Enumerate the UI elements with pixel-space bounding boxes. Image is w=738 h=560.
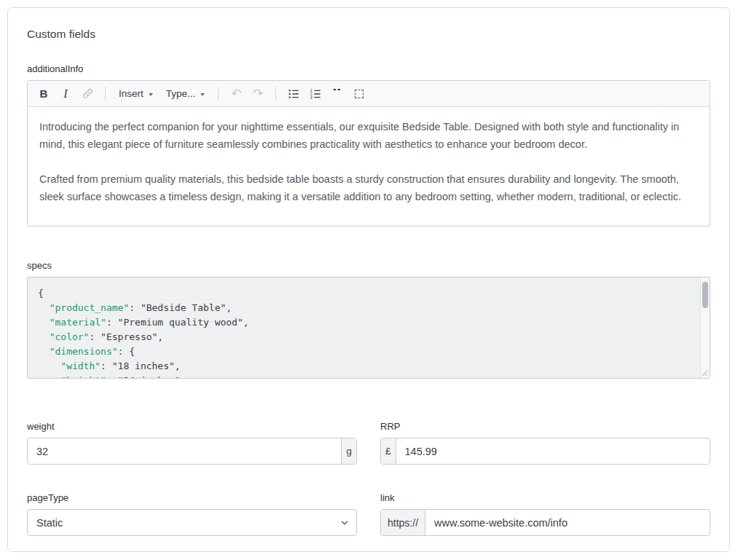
link-input-group: https:// (380, 509, 710, 536)
currency-prefix: £ (381, 438, 396, 464)
specs-code-content: { "product_name": "Bedside Table", "mate… (28, 277, 710, 379)
specs-code-editor[interactable]: { "product_name": "Bedside Table", "mate… (27, 277, 710, 379)
undo-button[interactable]: ↶ (226, 84, 246, 104)
additional-info-label: additionalInfo (27, 63, 710, 74)
redo-button[interactable]: ↷ (248, 84, 268, 104)
type-menu-button[interactable]: Type... (160, 84, 211, 104)
protocol-prefix: https:// (381, 510, 425, 535)
numbered-list-button[interactable]: 1 2 3 (305, 84, 326, 104)
chevron-down-icon (200, 93, 205, 96)
rich-text-editor: B I Insert Type... ↶ ↷ (27, 80, 710, 226)
code-line: "dimensions": { (38, 344, 699, 359)
numbered-list-icon: 1 2 3 (310, 88, 321, 100)
code-line: { (38, 286, 699, 301)
code-line: "width": "18 inches", (38, 359, 699, 374)
blockquote-icon: “ (332, 89, 343, 99)
rte-toolbar: B I Insert Type... ↶ ↷ (28, 81, 710, 107)
bullet-list-button[interactable] (283, 84, 304, 104)
editor-paragraph: Introducing the perfect companion for yo… (39, 118, 698, 153)
code-line: "height": "24 inches", (38, 374, 699, 379)
editor-paragraph: Crafted from premium quality materials, … (39, 170, 698, 205)
rrp-input-group: £ (380, 438, 710, 465)
weight-label: weight (27, 421, 357, 432)
link-input[interactable] (425, 510, 710, 535)
weight-unit-suffix: g (341, 438, 356, 464)
redo-icon: ↷ (253, 87, 263, 100)
rte-content[interactable]: Introducing the perfect companion for yo… (28, 107, 710, 226)
bullet-list-icon (288, 88, 299, 100)
code-line: "product_name": "Bedside Table", (38, 301, 699, 315)
toolbar-divider (105, 87, 106, 101)
bold-button[interactable]: B (34, 84, 54, 104)
insert-menu-label: Insert (119, 88, 144, 99)
insert-menu-button[interactable]: Insert (113, 84, 159, 104)
specs-label: specs (27, 260, 710, 271)
panel-title: Custom fields (27, 28, 710, 41)
rrp-label: RRP (380, 421, 710, 432)
custom-fields-panel: Custom fields additionalInfo B I Insert … (7, 7, 730, 552)
svg-text:3: 3 (310, 95, 313, 100)
resize-handle-icon[interactable] (701, 369, 708, 376)
weight-input[interactable] (28, 438, 341, 464)
scrollbar-thumb[interactable] (702, 282, 708, 308)
dashed-square-icon (355, 90, 364, 98)
weight-input-group: g (27, 438, 357, 465)
chevron-down-icon (149, 93, 153, 96)
italic-button[interactable]: I (55, 84, 76, 104)
page-type-select-wrap: Static (27, 509, 357, 536)
undo-icon: ↶ (231, 87, 241, 100)
specs-scrollbar[interactable] (700, 277, 710, 378)
code-line: "material": "Premium quality wood", (38, 315, 699, 330)
dashed-box-button[interactable] (349, 84, 369, 104)
link-icon (82, 87, 94, 100)
code-line: "color": "Espresso", (38, 330, 699, 344)
toolbar-divider (275, 87, 276, 101)
link-button[interactable] (77, 84, 98, 104)
page-type-select[interactable]: Static (27, 509, 357, 536)
blockquote-button[interactable]: “ (327, 84, 348, 104)
page-type-label: pageType (27, 492, 357, 503)
link-label: link (380, 492, 710, 503)
rrp-input[interactable] (396, 438, 710, 464)
type-menu-label: Type... (166, 88, 196, 99)
toolbar-divider (218, 87, 219, 101)
